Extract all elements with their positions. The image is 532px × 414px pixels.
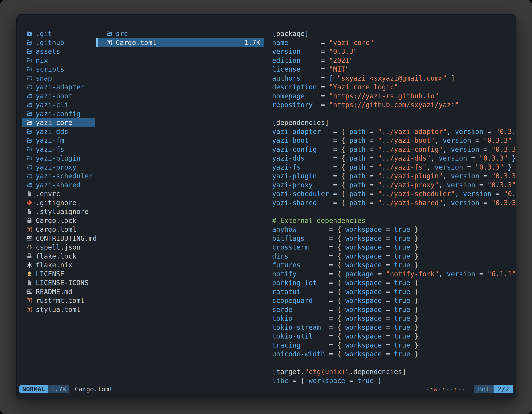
preview-token: anyhow [272,225,296,233]
file-row-yazi-proxy[interactable]: yazi-proxy [22,163,95,172]
file-row-yazi-plugin[interactable]: yazi-plugin [22,154,95,163]
preview-token: workspace [309,377,345,385]
preview-line: serde = { workspace = true } [272,305,516,314]
file-row-flake-nix[interactable]: flake.nix [22,260,95,270]
toml-icon [26,306,33,313]
permission-char: - [458,385,462,393]
preview-token: true [394,243,410,251]
file-row-license-icons[interactable]: LICENSE-ICONS [22,278,95,287]
preview-token: yazi-dds [272,154,305,162]
preview-token: "0.3.3" [492,145,516,154]
file-row-styluaignore[interactable]: .styluaignore [22,207,95,216]
preview-token: "0.3.3" [487,181,516,189]
file-row-yazi-scheduler[interactable]: yazi-scheduler [22,172,95,181]
file-row-readme-md[interactable]: README.md [22,287,95,296]
file-row-yazi-shared[interactable]: yazi-shared [22,181,95,190]
preview-token: "../yazi-scheduler" [378,190,455,198]
preview-line: notify = { package = "notify-fork", vers… [272,270,516,279]
preview-token: = { [329,190,349,198]
preview-token: = [317,83,329,91]
toml-icon [26,298,33,304]
preview-token: = { [325,350,345,358]
preview-token: "MIT" [329,65,349,73]
preview-token: version [451,199,479,207]
file-row-cspell-json[interactable]: {}cspell.json [22,243,95,252]
preview-token: version [447,270,475,278]
status-bar: NORMAL 1.7K Cargo.toml -rw-r--r-- Bot 2/… [19,385,513,393]
preview-line: yazi-adapter = { path = "../yazi-adapter… [272,127,516,136]
file-row-flake-lock[interactable]: flake.lock [22,252,95,261]
file-row-yazi-boot[interactable]: yazi-boot [22,92,95,101]
file-row-yazi-fs[interactable]: yazi-fs [22,145,95,154]
file-row-stylua-toml[interactable]: stylua.toml [22,305,95,314]
file-name: yazi-scheduler [36,172,93,181]
file-row-cargo-lock[interactable]: Cargo.lock [22,216,95,225]
file-row-scripts[interactable]: scripts [22,65,95,74]
preview-token: "0.3.3" [483,136,512,144]
preview-token: "0.3.3" [329,48,357,55]
preview-line: yazi-shared = { path = "../yazi-shared",… [272,198,516,207]
folder-icon [26,84,33,90]
file-icon [26,279,33,286]
preview-token: = [301,57,329,64]
folder-icon [26,182,33,188]
file-row-license[interactable]: LICENSE [22,270,95,279]
preview-token: futures [272,261,301,269]
file-row-contributing-md[interactable]: CONTRIBUTING.md [22,234,95,243]
permission-char: r [454,385,458,393]
preview-token: = [366,128,378,136]
preview-token: = { [296,270,345,278]
preview-line: version = "0.3.3" [272,47,516,56]
file-row-yazi-fm[interactable]: yazi-fm [22,136,95,145]
file-row-yazi-config[interactable]: yazi-config [22,109,95,118]
file-row-git[interactable]: .git [22,29,95,38]
file-row-assets[interactable]: assets [22,47,95,56]
file-name: README.md [36,287,72,296]
file-row-envrc[interactable]: .envrc [22,189,95,198]
preview-token: path [349,154,366,162]
file-row-yazi-core[interactable]: yazi-core [22,118,95,127]
file-row-nix[interactable]: nix [22,56,95,65]
preview-token: = [479,145,492,154]
file-name: rustfmt.toml [36,296,85,305]
preview-token: = { [317,279,345,287]
preview-token: , [439,181,447,189]
file-row-yazi-cli[interactable]: yazi-cli [22,100,95,109]
file-row-cargo-toml[interactable]: Cargo.toml [22,225,95,234]
preview-token: serde [272,306,292,314]
preview-token: } [410,323,418,331]
preview-token: tokio-stream [272,323,321,331]
terminal-window: .git.githubassetsnixscriptssnapyazi-adap… [16,14,516,399]
file-counter-badge: 2/2 [494,385,513,393]
file-row-gitignore[interactable]: .gitignore [22,198,95,207]
file-row-rustfmt-toml[interactable]: rustfmt.toml [22,296,95,305]
file-row-yazi-dds[interactable]: yazi-dds [22,127,95,136]
preview-token: } [410,288,418,296]
preview-token: [dependencies] [272,119,329,127]
preview-token: "../yazi-adapter" [378,128,447,136]
preview-token: } [410,332,418,340]
desktop-background: .git.githubassetsnixscriptssnapyazi-adap… [0,0,532,414]
preview-pane[interactable]: [package]name = "yazi-core"version = "0.… [272,29,516,399]
preview-token: package [345,270,374,278]
file-row-github[interactable]: .github [22,38,95,47]
preview-token: true [394,306,410,314]
file-row-snap[interactable]: snap [22,74,95,83]
preview-line: # External dependencies [272,216,516,225]
preview-token: "../yazi-plugin" [378,172,443,180]
preview-token: true [394,279,410,287]
preview-token: version [455,128,483,136]
preview-token: "yazi-core" [329,39,374,47]
preview-line: yazi-proxy = { path = "../yazi-proxy", v… [272,181,516,190]
folder-icon [26,39,33,46]
file-name: yazi-dds [36,127,68,136]
file-row-src[interactable]: src [96,29,264,38]
preview-token: path [349,181,366,189]
preview-token: } [516,270,516,278]
preview-token: = [479,199,492,207]
file-row-cargo-toml[interactable]: Cargo.toml1.7K [96,38,264,47]
preview-token: } [512,136,516,144]
preview-token: tokio [272,314,292,322]
file-row-yazi-adapter[interactable]: yazi-adapter [22,83,95,92]
file-permissions: -rw-r--r-- [426,385,466,393]
